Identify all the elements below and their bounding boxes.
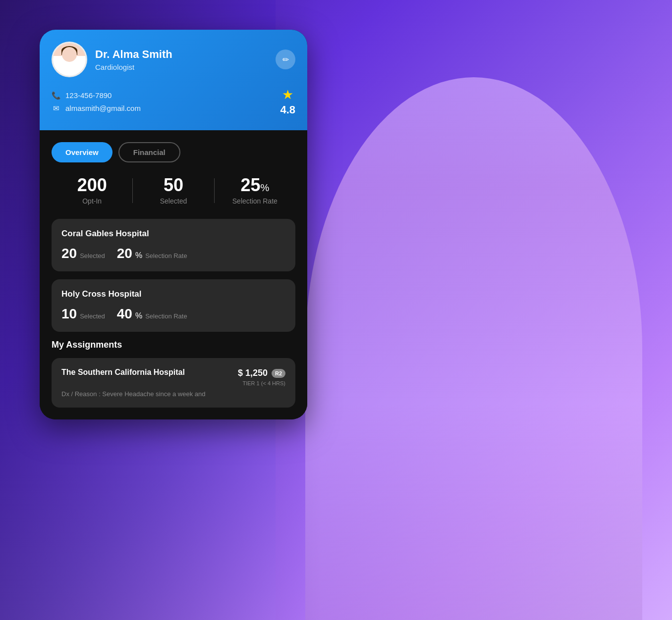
tab-financial[interactable]: Financial: [118, 142, 180, 162]
opt-in-value: 200: [77, 176, 107, 194]
stats-row: 200 Opt-In 50 Selected 25% Selection Rat…: [52, 176, 295, 205]
coral-rate-sym: %: [135, 251, 142, 260]
assignment-card: The Southern California Hospital $ 1,250…: [52, 358, 295, 408]
assignment-hospital: The Southern California Hospital: [61, 368, 238, 377]
coral-selected-label: Selected: [80, 252, 105, 259]
phone-number: 123-456-7890: [65, 91, 112, 100]
email-contact: ✉ almasmith@gmail.com: [52, 104, 141, 113]
doctor-name-block: Dr. Alma Smith Cardiologist: [95, 48, 172, 71]
coral-selected: 20 Selected: [61, 246, 105, 261]
holy-selected: 10 Selected: [61, 306, 105, 322]
phone-card: Dr. Alma Smith Cardiologist ✏ 📞 123-456-…: [40, 30, 307, 419]
hospital-card-coral: Coral Gables Hospital 20 Selected 20% Se…: [52, 219, 295, 271]
selection-rate-value: 25%: [240, 176, 269, 194]
doctor-identity: Dr. Alma Smith Cardiologist: [52, 42, 172, 77]
doctor-name: Dr. Alma Smith: [95, 48, 172, 61]
assignment-top: The Southern California Hospital $ 1,250…: [61, 368, 285, 386]
hospital-stats-coral: 20 Selected 20% Selection Rate: [61, 246, 285, 261]
assignment-description: Dx / Reason : Severe Headache since a we…: [61, 390, 285, 398]
email-icon: ✉: [52, 104, 60, 113]
doctor-silhouette: [305, 77, 642, 620]
holy-selected-label: Selected: [80, 312, 105, 320]
doctor-info-row: Dr. Alma Smith Cardiologist ✏: [52, 42, 295, 77]
avatar-head: [62, 47, 77, 62]
card-header: Dr. Alma Smith Cardiologist ✏ 📞 123-456-…: [40, 30, 307, 130]
phone-contact: 📞 123-456-7890: [52, 91, 141, 100]
hospital-name-holy: Holy Cross Hospital: [61, 289, 285, 299]
assignment-right: $ 1,250 R2 TIER 1 (< 4 HRS): [238, 368, 285, 386]
tab-overview[interactable]: Overview: [52, 142, 112, 162]
stat-opt-in: 200 Opt-In: [52, 176, 132, 205]
selection-rate-unit: %: [260, 182, 269, 193]
contact-info: 📞 123-456-7890 ✉ almasmith@gmail.com: [52, 91, 141, 113]
assignments-section: My Assignments The Southern California H…: [52, 340, 295, 408]
coral-selected-num: 20: [61, 246, 77, 261]
edit-button[interactable]: ✏: [276, 50, 295, 69]
stat-selected: 50 Selected: [133, 176, 214, 205]
doctor-specialty: Cardiologist: [95, 63, 172, 71]
selected-value: 50: [164, 176, 183, 194]
selected-label: Selected: [160, 197, 187, 205]
assignment-amount-row: $ 1,250 R2: [238, 368, 285, 378]
phone-icon: 📞: [52, 91, 60, 100]
hospital-stats-holy: 10 Selected 40% Selection Rate: [61, 306, 285, 322]
rating-value: 4.8: [280, 103, 295, 116]
assignment-amount: $ 1,250: [238, 368, 268, 378]
email-address: almasmith@gmail.com: [65, 104, 141, 112]
selection-rate-label: Selection Rate: [232, 197, 278, 205]
hospital-name-coral: Coral Gables Hospital: [61, 229, 285, 239]
contact-rating-row: 📞 123-456-7890 ✉ almasmith@gmail.com ★ 4…: [52, 87, 295, 116]
holy-rate-num: 40: [117, 306, 132, 322]
edit-icon: ✏: [282, 55, 289, 64]
hospital-card-holy: Holy Cross Hospital 10 Selected 40% Sele…: [52, 279, 295, 332]
tabs-row: Overview Financial: [52, 142, 295, 162]
holy-selected-num: 10: [61, 306, 77, 322]
selection-rate-number: 25: [240, 175, 260, 195]
card-body: Overview Financial 200 Opt-In 50 Selecte…: [40, 130, 307, 419]
avatar: [52, 42, 87, 77]
holy-rate-label: Selection Rate: [145, 312, 187, 320]
coral-rate: 20% Selection Rate: [117, 246, 187, 261]
assignments-title: My Assignments: [52, 340, 295, 350]
star-icon: ★: [282, 87, 293, 103]
avatar-body: [53, 43, 86, 76]
rating-block: ★ 4.8: [280, 87, 295, 116]
opt-in-label: Opt-In: [82, 197, 102, 205]
coral-rate-num: 20: [117, 246, 132, 261]
tier-label: TIER 1 (< 4 HRS): [243, 380, 286, 386]
coral-rate-label: Selection Rate: [145, 252, 187, 259]
doctor-background: [276, 0, 672, 620]
tier-badge: R2: [272, 369, 285, 378]
holy-rate-sym: %: [135, 311, 142, 320]
stat-selection-rate: 25% Selection Rate: [215, 176, 295, 205]
holy-rate: 40% Selection Rate: [117, 306, 187, 322]
